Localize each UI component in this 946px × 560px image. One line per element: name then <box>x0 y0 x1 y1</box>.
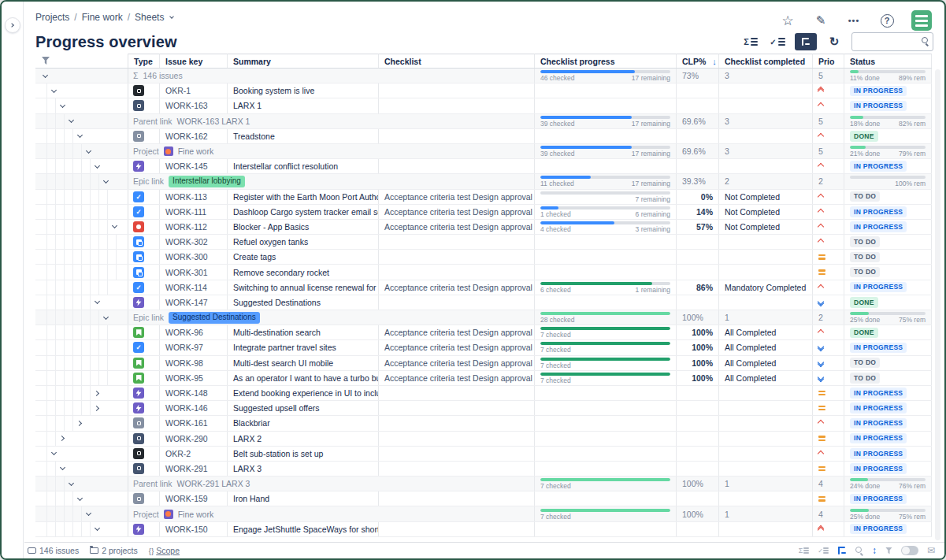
status-badge[interactable]: IN PROGRESS <box>850 388 907 399</box>
table-row[interactable]: WORK-114Switching to annual license rene… <box>35 280 932 295</box>
issue-key-cell[interactable]: OKR-1 <box>160 83 228 98</box>
column-header-status[interactable]: Status <box>844 54 932 68</box>
projects-count[interactable]: 2 projects <box>90 546 138 555</box>
expand-chevron-down[interactable] <box>91 161 102 172</box>
issue-key-cell[interactable]: WORK-145 <box>160 159 228 173</box>
status-badge[interactable]: TO DO <box>850 267 880 278</box>
table-row[interactable]: WORK-300Create tagsTO DO <box>35 250 932 265</box>
hierarchy-view-button[interactable] <box>795 33 817 50</box>
issue-key-cell[interactable]: WORK-98 <box>160 356 228 370</box>
status-badge[interactable]: DONE <box>850 131 878 142</box>
sort-descending-icon[interactable]: ↓ <box>712 57 717 66</box>
issue-key[interactable]: WORK-97 <box>165 343 203 352</box>
table-group-row[interactable]: Σ146 issues46 checked17 remaining73%3511… <box>35 69 932 83</box>
column-header-prio[interactable]: Prio <box>813 54 844 68</box>
issue-key[interactable]: WORK-146 <box>165 403 208 413</box>
expand-chevron-down[interactable] <box>91 524 102 535</box>
column-header-clp[interactable]: CLP%↓ <box>677 54 719 68</box>
refresh-icon[interactable] <box>825 33 844 50</box>
table-row[interactable]: WORK-290LARX 2IN PROGRESS <box>35 432 932 447</box>
issue-key-cell[interactable]: WORK-150 <box>160 522 228 536</box>
table-row[interactable]: WORK-97Integrate partner travel sitesAcc… <box>35 340 932 355</box>
table-row[interactable]: WORK-159Iron HandIN PROGRESS <box>35 491 932 506</box>
status-badge[interactable]: TO DO <box>850 191 880 202</box>
table-row[interactable]: WORK-98Multi-dest search UI mobileAccept… <box>35 356 932 371</box>
table-row[interactable]: WORK-145Interstellar conflict resolution… <box>35 159 932 174</box>
expand-chevron-down[interactable] <box>48 85 59 96</box>
help-icon[interactable] <box>881 14 894 28</box>
footer-search-icon[interactable] <box>855 545 863 556</box>
issue-key-cell[interactable]: WORK-291 <box>160 462 228 476</box>
status-badge[interactable]: IN PROGRESS <box>850 343 907 354</box>
status-badge[interactable]: IN PROGRESS <box>850 463 907 474</box>
issue-key-cell[interactable]: WORK-146 <box>160 401 228 415</box>
footer-checklist-icon[interactable] <box>818 545 829 556</box>
table-group-row[interactable]: ProjectFine work7 checked100%1425% done7… <box>35 506 932 521</box>
issue-key[interactable]: WORK-112 <box>165 222 207 232</box>
issue-key[interactable]: WORK-147 <box>165 298 208 307</box>
issue-key-cell[interactable]: WORK-163 <box>160 98 228 113</box>
expand-chevron-down[interactable] <box>100 312 111 323</box>
expand-chevron-down[interactable] <box>74 493 85 504</box>
issues-count[interactable]: 146 issues <box>28 546 79 555</box>
issue-key-cell[interactable]: WORK-162 <box>160 129 228 143</box>
expand-chevron-down[interactable] <box>57 100 68 111</box>
expand-chevron-down[interactable] <box>57 463 68 474</box>
issue-key-cell[interactable]: WORK-290 <box>160 432 228 446</box>
status-badge[interactable]: IN PROGRESS <box>850 282 907 293</box>
status-badge[interactable]: DONE <box>850 297 878 308</box>
epic-link-badge[interactable]: Suggested Destinations <box>169 312 260 324</box>
column-header-summary[interactable]: Summary <box>228 54 379 68</box>
expand-chevron-right[interactable] <box>57 433 68 444</box>
expand-chevron-down[interactable] <box>39 70 50 81</box>
checklist-columns-icon[interactable] <box>768 33 787 50</box>
table-row[interactable]: WORK-96Multi-destination searchAcceptanc… <box>35 325 932 340</box>
issue-key[interactable]: OKR-2 <box>165 449 191 458</box>
table-group-row[interactable]: Parent linkWORK-291 LARX 37 checked100%1… <box>35 477 932 491</box>
table-group-row[interactable]: ProjectFine work39 checked17 remaining69… <box>35 144 932 159</box>
table-row[interactable]: WORK-150Engage JetShuttle SpaceWays for … <box>35 522 932 537</box>
expand-chevron-down[interactable] <box>65 116 76 127</box>
table-row[interactable]: WORK-112Blocker - App BasicsAcceptance c… <box>35 220 932 235</box>
status-badge[interactable]: IN PROGRESS <box>850 448 907 459</box>
more-options-icon[interactable] <box>845 12 863 29</box>
issue-key[interactable]: WORK-302 <box>165 237 208 247</box>
issue-key[interactable]: WORK-145 <box>165 161 208 171</box>
search-icon[interactable] <box>922 37 929 44</box>
issue-key[interactable]: WORK-98 <box>165 358 203 368</box>
issue-key[interactable]: WORK-114 <box>165 283 207 292</box>
footer-mail-icon[interactable] <box>927 545 935 556</box>
sum-columns-icon[interactable] <box>741 33 760 50</box>
issue-key[interactable]: WORK-111 <box>165 207 206 217</box>
table-row[interactable]: WORK-291LARX 3IN PROGRESS <box>35 462 932 477</box>
status-badge[interactable]: IN PROGRESS <box>850 206 907 217</box>
table-row[interactable]: WORK-148Extend booking experience in UI … <box>35 386 932 401</box>
issue-key[interactable]: WORK-161 <box>165 418 208 428</box>
issue-key-cell[interactable]: WORK-96 <box>160 325 228 339</box>
issue-key[interactable]: WORK-163 <box>165 101 208 110</box>
column-header-progress[interactable]: Checklist progress <box>535 54 677 68</box>
issue-key-cell[interactable]: WORK-97 <box>160 340 228 354</box>
scope-link[interactable]: Scope <box>149 546 180 555</box>
issue-key[interactable]: OKR-1 <box>165 86 191 95</box>
issue-key-cell[interactable]: OKR-2 <box>160 447 228 461</box>
expand-chevron-right[interactable] <box>91 388 102 399</box>
status-badge[interactable]: IN PROGRESS <box>850 86 907 97</box>
expand-chevron-down[interactable] <box>109 221 120 232</box>
footer-hierarchy-icon[interactable] <box>837 545 847 556</box>
table-group-row[interactable]: Parent linkWORK-163 LARX 139 checked17 r… <box>35 114 932 129</box>
issue-key-cell[interactable]: WORK-301 <box>160 265 228 279</box>
issue-key[interactable]: WORK-301 <box>165 268 208 277</box>
issue-key[interactable]: WORK-95 <box>165 373 203 383</box>
issue-key-cell[interactable]: WORK-112 <box>160 220 228 234</box>
expand-chevron-down[interactable] <box>83 509 94 520</box>
table-row[interactable]: WORK-301Remove secondary rocketTO DO <box>35 265 932 280</box>
issue-key[interactable]: WORK-150 <box>165 525 208 534</box>
column-header-checklist[interactable]: Checklist <box>379 54 535 68</box>
issue-key-cell[interactable]: WORK-147 <box>160 295 228 310</box>
status-badge[interactable]: TO DO <box>850 358 880 369</box>
epic-link-badge[interactable]: Interstellar lobbying <box>169 176 245 187</box>
expand-chevron-down[interactable] <box>83 146 94 157</box>
expand-chevron-down[interactable] <box>91 297 102 308</box>
issue-key-cell[interactable]: WORK-161 <box>160 416 228 430</box>
